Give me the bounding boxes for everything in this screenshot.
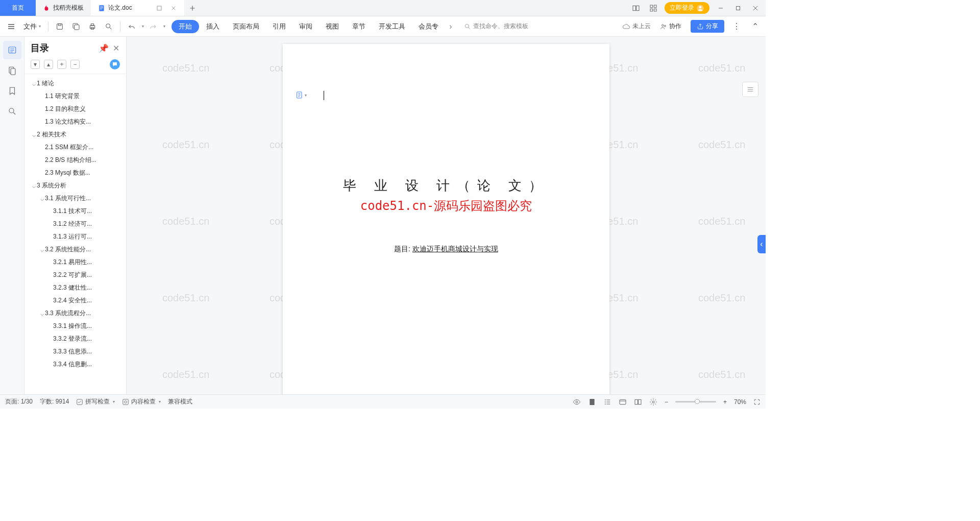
share-button[interactable]: 分享 <box>691 20 724 33</box>
fullscreen-icon[interactable] <box>753 398 761 406</box>
toc-item[interactable]: ⌵2 相关技术 <box>24 128 126 141</box>
header-doc-icon[interactable]: ▾ <box>295 90 307 100</box>
tab-document[interactable]: 论文.doc <box>91 0 184 16</box>
toc-item[interactable]: 3.2.3 健壮性... <box>24 281 126 294</box>
login-button[interactable]: 立即登录 <box>665 2 709 14</box>
tab-templates[interactable]: 找稻壳模板 <box>36 0 91 16</box>
outline-rail-icon[interactable] <box>3 41 21 59</box>
apps-icon[interactable] <box>647 2 659 14</box>
pin-icon[interactable]: 📌 <box>100 44 108 52</box>
status-words[interactable]: 字数: 9914 <box>40 397 69 406</box>
toc-item[interactable]: 3.3.1 操作流... <box>24 320 126 333</box>
toc-item[interactable]: 3.1.1 技术可... <box>24 205 126 218</box>
toc-item[interactable]: 3.3.4 信息删... <box>24 358 126 371</box>
more-icon[interactable]: ⋮ <box>729 21 744 31</box>
chevron-down-icon[interactable]: ▾ <box>142 24 144 29</box>
ribbon-tab-dev[interactable]: 开发工具 <box>373 19 411 34</box>
toc-item[interactable]: ⌵3.3 系统流程分... <box>24 307 126 320</box>
close-icon[interactable] <box>170 5 177 12</box>
ribbon-tab-insert[interactable]: 插入 <box>200 19 226 34</box>
add-item-icon[interactable]: + <box>57 60 66 69</box>
toc-item[interactable]: 2.3 Mysql 数据... <box>24 167 126 179</box>
print-icon[interactable] <box>85 19 100 34</box>
remove-item-icon[interactable]: − <box>70 60 80 69</box>
toc-item[interactable]: 3.1.2 经济可... <box>24 218 126 230</box>
ribbon-tab-chapter[interactable]: 章节 <box>346 19 372 34</box>
toc-item[interactable]: 3.3.3 信息添... <box>24 345 126 358</box>
template-rail-icon[interactable] <box>3 61 21 80</box>
chat-icon[interactable] <box>110 59 120 69</box>
ribbon-tab-review[interactable]: 审阅 <box>293 19 318 34</box>
toc-item[interactable]: 3.2.4 安全性... <box>24 294 126 307</box>
save-icon[interactable] <box>53 19 67 34</box>
coop-button[interactable]: 协作 <box>656 20 685 32</box>
status-contentcheck[interactable]: 内容检查▾ <box>122 397 161 406</box>
cloud-status[interactable]: 未上云 <box>622 22 651 31</box>
view-page-icon[interactable] <box>588 398 596 406</box>
eye-icon[interactable] <box>573 398 581 406</box>
toc-item[interactable]: ⌵3.1 系统可行性... <box>24 192 126 205</box>
save-as-icon[interactable] <box>69 19 83 34</box>
view-read-icon[interactable] <box>634 398 642 406</box>
chevron-right-icon[interactable]: › <box>446 21 456 32</box>
toc-item[interactable]: 1.2 目的和意义 <box>24 103 126 115</box>
toc-label: 3.3.4 信息删... <box>53 360 92 369</box>
ribbon-tab-start[interactable]: 开始 <box>172 20 199 33</box>
toc-item[interactable]: ⌵1 绪论 <box>24 77 126 90</box>
undo-icon[interactable] <box>125 19 139 34</box>
toc-item[interactable]: 2.1 SSM 框架介... <box>24 141 126 154</box>
file-menu[interactable]: 文件▾ <box>20 22 44 31</box>
zoom-value[interactable]: 70% <box>734 398 746 406</box>
expand-all-icon[interactable]: ▴ <box>44 60 53 69</box>
chevron-down-icon[interactable]: ▾ <box>163 24 165 29</box>
ribbon-tab-member[interactable]: 会员专 <box>412 19 445 34</box>
ribbon-tab-layout[interactable]: 页面布局 <box>227 19 265 34</box>
popup-icon[interactable] <box>156 5 163 12</box>
right-panel-toggle[interactable] <box>742 82 758 97</box>
status-page[interactable]: 页面: 1/30 <box>5 397 33 406</box>
status-spellcheck[interactable]: 拼写检查▾ <box>76 397 115 406</box>
toc-item[interactable]: 3.1.3 运行可... <box>24 230 126 243</box>
menu-icon[interactable] <box>4 19 18 34</box>
bg-watermark: code51.cn <box>698 62 745 74</box>
toc-label: 3 系统分析 <box>37 181 66 190</box>
collapse-icon[interactable]: ⌃ <box>749 21 762 31</box>
status-compat[interactable]: 兼容模式 <box>168 397 192 406</box>
close-panel-icon[interactable]: ✕ <box>112 44 120 52</box>
toc-item[interactable]: 3.2.1 易用性... <box>24 256 126 269</box>
print-preview-icon[interactable] <box>102 19 116 34</box>
search-rail-icon[interactable] <box>3 102 21 121</box>
toc-label: 3.2.4 安全性... <box>53 296 92 305</box>
maximize-button[interactable] <box>732 2 744 14</box>
toc-label: 1 绪论 <box>37 79 54 88</box>
new-tab-button[interactable] <box>184 0 201 16</box>
minimize-button[interactable] <box>715 2 727 14</box>
toc-item[interactable]: 3.2.2 可扩展... <box>24 269 126 281</box>
tab-home[interactable]: 首页 <box>0 0 36 16</box>
toc-item[interactable]: 2.2 B/S 结构介绍... <box>24 154 126 167</box>
toc-item[interactable]: ⌵3.2 系统性能分... <box>24 243 126 256</box>
svg-rect-7 <box>654 9 656 11</box>
toc-label: 3.1.3 运行可... <box>53 232 92 241</box>
layout-icon[interactable] <box>630 2 642 14</box>
view-web-icon[interactable] <box>619 398 627 406</box>
toc-item[interactable]: ⌵3 系统分析 <box>24 179 126 192</box>
command-search[interactable]: 查找命令、搜索模板 <box>464 22 528 31</box>
ribbon-tab-view[interactable]: 视图 <box>320 19 345 34</box>
ribbon-tab-reference[interactable]: 引用 <box>266 19 292 34</box>
bookmark-rail-icon[interactable] <box>3 82 21 100</box>
document-page[interactable]: ▾ 毕 业 设 计（论 文） code51.cn-源码乐园盗图必究 题目: 欢迪… <box>283 44 609 394</box>
view-outline-icon[interactable] <box>603 398 611 406</box>
toc-item[interactable]: 3.3.2 登录流... <box>24 333 126 345</box>
right-slide-handle[interactable]: ‹ <box>757 235 766 253</box>
collapse-all-icon[interactable]: ▾ <box>31 60 40 69</box>
zoom-slider[interactable] <box>675 401 716 402</box>
zoom-out-icon[interactable]: − <box>665 398 668 406</box>
settings-icon[interactable] <box>649 398 657 406</box>
redo-icon[interactable] <box>146 19 160 34</box>
svg-point-21 <box>664 25 666 27</box>
toc-item[interactable]: 1.3 论文结构安... <box>24 115 126 128</box>
toc-item[interactable]: 1.1 研究背景 <box>24 90 126 103</box>
zoom-in-icon[interactable]: + <box>723 398 727 406</box>
close-window-button[interactable] <box>749 2 762 14</box>
